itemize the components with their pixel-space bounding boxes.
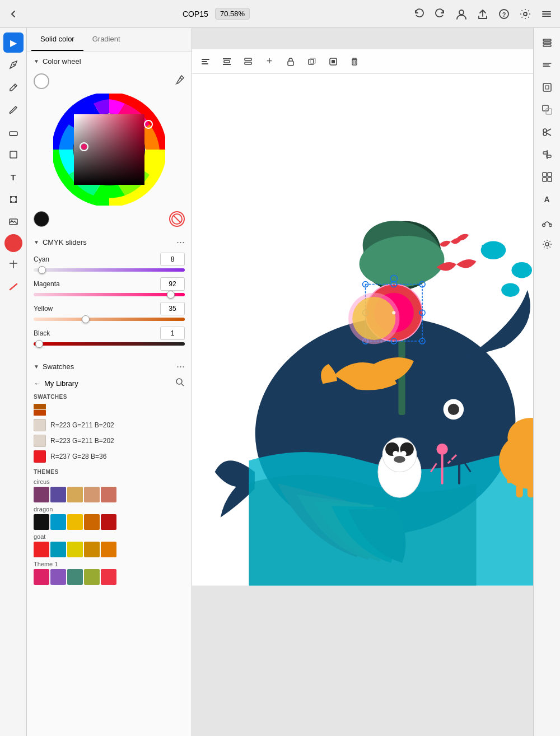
goat-swatch-5[interactable] — [101, 542, 116, 557]
tool-color-picker[interactable] — [4, 234, 22, 252]
tool-shape[interactable] — [3, 145, 24, 165]
tool-image[interactable] — [3, 212, 24, 232]
svg-rect-57 — [516, 483, 523, 497]
tool-text[interactable]: T — [3, 167, 24, 187]
goat-swatch-1[interactable] — [34, 542, 49, 557]
tab-solid-color[interactable]: Solid color — [31, 28, 83, 51]
tool-brush[interactable] — [3, 100, 24, 120]
dragon-swatch-4[interactable] — [84, 514, 100, 530]
top-bar-left — [7, 7, 20, 21]
swatches-search-icon[interactable] — [175, 377, 185, 389]
zoom-level[interactable]: 70.58% — [215, 8, 250, 20]
circus-swatch-5[interactable] — [101, 487, 116, 502]
swatch-item[interactable]: R=223 G=211 B=202 — [34, 417, 185, 433]
chevron-down-icon[interactable]: ▼ — [34, 58, 39, 64]
color-wheel-container — [27, 69, 192, 231]
help-button[interactable]: ? — [497, 7, 511, 21]
rt-transform[interactable] — [537, 100, 557, 120]
align-left-button[interactable] — [197, 53, 214, 71]
swatches-chevron-icon[interactable]: ▼ — [34, 364, 39, 370]
magenta-value[interactable]: 92 — [160, 277, 185, 291]
svg-point-7 — [13, 64, 15, 66]
theme1-swatch-4[interactable] — [84, 569, 100, 585]
share-button[interactable] — [476, 7, 489, 21]
dragon-swatch-2[interactable] — [50, 514, 66, 530]
mask-button[interactable] — [324, 53, 342, 71]
svg-rect-5 — [542, 13, 551, 15]
black-slider[interactable] — [34, 342, 185, 346]
rt-scissors[interactable] — [537, 122, 557, 142]
tool-adjust[interactable] — [3, 254, 24, 274]
theme1-swatch-3[interactable] — [67, 569, 83, 585]
tab-gradient[interactable]: Gradient — [83, 28, 129, 51]
swatches-more-button[interactable]: ··· — [176, 361, 185, 371]
tool-pencil[interactable] — [3, 77, 24, 97]
settings-button[interactable] — [519, 7, 532, 21]
swatch-item[interactable]: R=223 G=211 B=202 — [34, 433, 185, 449]
profile-button[interactable] — [455, 7, 468, 21]
svg-point-50 — [448, 404, 459, 415]
distribute-button[interactable] — [218, 53, 236, 71]
swatch-item[interactable]: R=237 G=28 B=36 — [34, 449, 185, 464]
tool-stroke[interactable] — [3, 277, 24, 297]
swatches-content: ← My Library SWATCHES R=223 G=211 B=202 — [27, 375, 192, 587]
theme-circus-label: circus — [34, 478, 185, 485]
user-menu-button[interactable] — [540, 7, 553, 21]
rt-export[interactable] — [537, 77, 557, 97]
rt-layers[interactable] — [537, 32, 557, 53]
tool-pen[interactable] — [3, 55, 24, 75]
yellow-slider[interactable] — [34, 318, 185, 321]
theme1-swatch-1[interactable] — [34, 569, 49, 585]
circus-swatch-1[interactable] — [34, 487, 49, 502]
tool-eraser[interactable] — [3, 122, 24, 142]
chevron-icon[interactable]: ▼ — [34, 239, 39, 245]
eyedropper-button[interactable] — [174, 74, 185, 88]
cmyk-more-button[interactable]: ··· — [176, 237, 185, 247]
magenta-slider[interactable] — [34, 293, 185, 296]
redo-button[interactable] — [433, 7, 447, 21]
yellow-value[interactable]: 35 — [160, 302, 185, 315]
black-value[interactable]: 1 — [160, 327, 185, 340]
goat-swatch-3[interactable] — [67, 542, 83, 557]
color-preview-empty[interactable] — [34, 73, 49, 89]
svg-rect-107 — [548, 173, 552, 176]
tool-select[interactable]: ▶ — [3, 32, 24, 53]
rt-type[interactable]: A — [537, 189, 557, 209]
svg-rect-106 — [543, 173, 547, 176]
goat-swatch-2[interactable] — [50, 542, 66, 557]
rt-align[interactable] — [537, 145, 557, 165]
svg-rect-4 — [542, 11, 551, 12]
undo-button[interactable] — [412, 7, 426, 21]
no-color-button[interactable] — [169, 211, 185, 227]
canvas-area[interactable]: + — [192, 28, 533, 736]
swatch-item[interactable] — [34, 402, 185, 417]
top-bar-right: ? — [412, 7, 553, 21]
swatches-back-icon[interactable]: ← — [34, 379, 41, 388]
circus-swatch-4[interactable] — [84, 487, 100, 502]
cyan-value[interactable]: 8 — [160, 253, 185, 266]
rt-group[interactable] — [537, 167, 557, 187]
back-button[interactable] — [7, 7, 20, 21]
theme1-swatch-2[interactable] — [50, 569, 66, 585]
duplicate-button[interactable] — [303, 53, 321, 71]
color-wheel[interactable] — [53, 94, 165, 206]
delete-button[interactable] — [346, 53, 363, 71]
black-swatch[interactable] — [34, 211, 49, 227]
dragon-swatch-5[interactable] — [101, 514, 116, 530]
tool-transform[interactable] — [3, 189, 24, 209]
theme1-swatch-5[interactable] — [101, 569, 116, 585]
rt-settings[interactable] — [537, 234, 557, 254]
svg-rect-109 — [548, 178, 552, 181]
layers-button[interactable] — [239, 53, 257, 71]
cyan-slider[interactable] — [34, 268, 185, 272]
circus-swatch-2[interactable] — [50, 487, 66, 502]
add-button[interactable]: + — [260, 53, 278, 71]
circus-swatch-3[interactable] — [67, 487, 83, 502]
lock-button[interactable] — [282, 53, 300, 71]
dragon-swatch-3[interactable] — [67, 514, 83, 530]
goat-swatch-4[interactable] — [84, 542, 100, 557]
rt-path[interactable] — [537, 212, 557, 232]
dragon-swatch-1[interactable] — [34, 514, 49, 530]
rt-effects[interactable] — [537, 55, 557, 75]
color-wheel-svg[interactable] — [53, 94, 165, 206]
